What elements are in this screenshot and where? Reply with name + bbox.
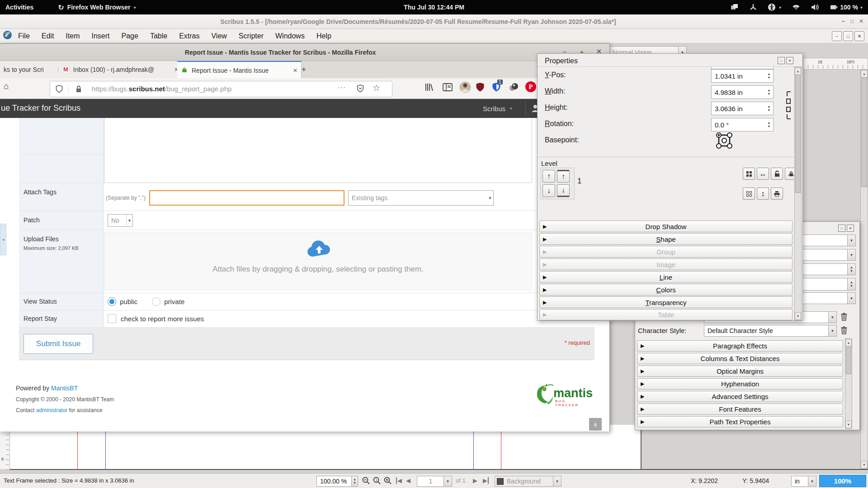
close-icon[interactable]: ✕ (293, 67, 297, 74)
section-transparency[interactable]: ▶Transparency (539, 296, 793, 308)
submit-issue-button[interactable]: Submit Issue (24, 334, 93, 354)
menu-insert[interactable]: Insert (85, 29, 115, 43)
level-to-top-button[interactable]: ↑ (557, 170, 570, 183)
scroll-down-icon[interactable]: ▼ (861, 461, 868, 469)
trash-icon[interactable] (840, 312, 848, 323)
patch-select[interactable]: No ▼ (108, 214, 133, 227)
app-menu-button[interactable]: ↻ Firefox Web Browser ▾ (52, 0, 141, 14)
panel-float-button[interactable]: □ (778, 57, 785, 64)
panel-scrollbar[interactable]: ▲ ▼ (794, 67, 802, 320)
menu-scripter[interactable]: Scripter (233, 29, 269, 43)
pinterest-icon[interactable]: P (525, 81, 536, 92)
level-up-button[interactable]: ↑ (542, 170, 555, 183)
section-paragraph-effects[interactable]: ▶Paragraph Effects (637, 340, 843, 352)
section-colors[interactable]: ▶Colors (539, 284, 793, 296)
maximize-button[interactable]: □ (848, 17, 856, 25)
volume-icon[interactable] (806, 0, 825, 14)
section-hyphenation[interactable]: ▶Hyphenation (637, 378, 843, 389)
windows-indicator-icon[interactable] (725, 0, 744, 14)
wifi-icon[interactable] (787, 0, 806, 14)
battery-indicator[interactable]: 100 % ▾ (825, 0, 868, 14)
section-columns-text-distances[interactable]: ▶Columns & Text Distances (637, 353, 843, 364)
tab-report-issue[interactable]: Report Issue - Mantis Issue ✕ (177, 61, 302, 79)
sidebar-collapse-tab[interactable]: ◂ (0, 224, 6, 255)
height-input[interactable]: 3.0636 in ▲▼ (711, 102, 774, 115)
scroll-up-icon[interactable]: ▲ (861, 70, 868, 78)
section-font-features[interactable]: ▶Font Features (637, 404, 843, 415)
tab-scribus-links[interactable]: ks to your Scri ✕ (0, 61, 66, 78)
level-to-bottom-button[interactable]: ↓ (557, 184, 570, 197)
bookmark-star-icon[interactable]: ☆ (373, 83, 380, 93)
zoom-level-input[interactable]: 100.00 % ▲▼ (316, 476, 358, 487)
flip-vertical-button[interactable]: ↕ (757, 188, 769, 200)
url-bar[interactable]: https://bugs.scribus.net/bug_report_page… (50, 81, 392, 97)
tracking-shield-icon[interactable] (56, 85, 63, 95)
mantisbt-link[interactable]: MantisBT (51, 385, 78, 392)
next-page-icon[interactable]: ▶ (473, 477, 477, 484)
account-avatar[interactable] (459, 81, 471, 95)
menu-table[interactable]: Table (144, 29, 173, 43)
bitwarden-icon[interactable]: 1 (492, 82, 501, 94)
ghostery-icon[interactable] (508, 82, 519, 94)
library-icon[interactable] (424, 82, 434, 94)
lock-object-button[interactable] (771, 168, 783, 180)
preview-quality-button[interactable]: 100% (819, 475, 866, 487)
close-button[interactable]: ✕ (857, 17, 865, 25)
spinner[interactable]: ▲▼ (351, 476, 358, 486)
scroll-up-icon[interactable]: ▲ (795, 67, 801, 75)
section-path-text-properties[interactable]: ▶Path Text Properties (637, 416, 843, 427)
print-enabled-button[interactable] (771, 188, 783, 200)
group-button[interactable] (743, 168, 755, 180)
scrollbar-thumb[interactable] (795, 75, 801, 193)
menu-file[interactable]: File (12, 29, 36, 43)
link-width-height-icon[interactable] (785, 91, 792, 122)
panel-close-button[interactable]: ✕ (847, 225, 854, 232)
scrollbar-thumb[interactable] (846, 346, 851, 374)
menu-page[interactable]: Page (116, 29, 144, 43)
zoom-100-icon[interactable]: 1 (373, 476, 382, 487)
menu-view[interactable]: View (205, 29, 232, 43)
level-down-button[interactable]: ↓ (542, 184, 555, 197)
width-input[interactable]: 4.9838 in ▲▼ (711, 85, 774, 99)
file-dropzone[interactable]: Attach files by dragging & dropping, sel… (104, 232, 532, 291)
spinner[interactable]: ▲▼ (766, 119, 772, 131)
document-restore-button[interactable]: □ (843, 31, 853, 41)
page-number-input[interactable]: 1 ▼ (417, 476, 452, 487)
menu-item[interactable]: Item (60, 29, 85, 43)
spinner[interactable]: ▲▼ (766, 70, 772, 82)
section-drop-shadow[interactable]: ▶Drop Shadow (539, 221, 793, 232)
scroll-to-top-button[interactable]: ∧ (589, 418, 602, 431)
pocket-save-icon[interactable] (357, 84, 364, 94)
section-line[interactable]: ▶Line (539, 271, 793, 283)
ublock-origin-icon[interactable] (476, 82, 485, 94)
public-radio[interactable] (108, 297, 116, 306)
scroll-down-icon[interactable]: ▼ (845, 421, 852, 428)
tab-gmail-inbox[interactable]: M Inbox (100) - rj.amdphreak@ ✕ (58, 61, 183, 78)
panel-scrollbar[interactable]: ▲ ▼ (845, 338, 852, 429)
section-advanced-settings[interactable]: ▶Advanced Settings (637, 391, 843, 402)
unit-select[interactable]: in ▼ (791, 476, 816, 487)
input-method-icon[interactable] (744, 0, 762, 14)
menu-help[interactable]: Help (311, 29, 337, 43)
last-page-icon[interactable]: ▶ (483, 477, 489, 484)
spinner[interactable]: ▲▼ (766, 103, 772, 114)
new-tab-button[interactable]: + (297, 64, 310, 75)
spinner[interactable]: ▲▼ (847, 264, 855, 275)
activities-button[interactable]: Activities (0, 0, 39, 14)
flip-horizontal-button[interactable]: ↔ (757, 168, 769, 180)
document-minimize-button[interactable]: − (832, 31, 842, 41)
zoom-out-icon[interactable] (362, 476, 371, 487)
scroll-down-icon[interactable]: ▼ (795, 312, 801, 320)
document-scrollbar[interactable]: ▲ ▼ (860, 70, 868, 469)
character-style-select[interactable]: Default Character Style ▼ (704, 325, 837, 337)
page-actions-icon[interactable]: ··· (338, 83, 346, 91)
accessibility-icon[interactable]: ▾ (762, 0, 787, 14)
section-optical-margins[interactable]: ▶Optical Margins (637, 366, 843, 377)
y-pos-input[interactable]: 1.0341 in ▲▼ (711, 69, 774, 83)
sidebar-icon[interactable] (442, 82, 453, 94)
trash-icon[interactable] (840, 326, 848, 337)
section-shape[interactable]: ▶Shape (539, 233, 793, 245)
menu-extras[interactable]: Extras (173, 29, 205, 43)
description-textarea[interactable] (104, 118, 532, 183)
existing-tags-select[interactable]: Existing tags ▼ (348, 190, 494, 206)
